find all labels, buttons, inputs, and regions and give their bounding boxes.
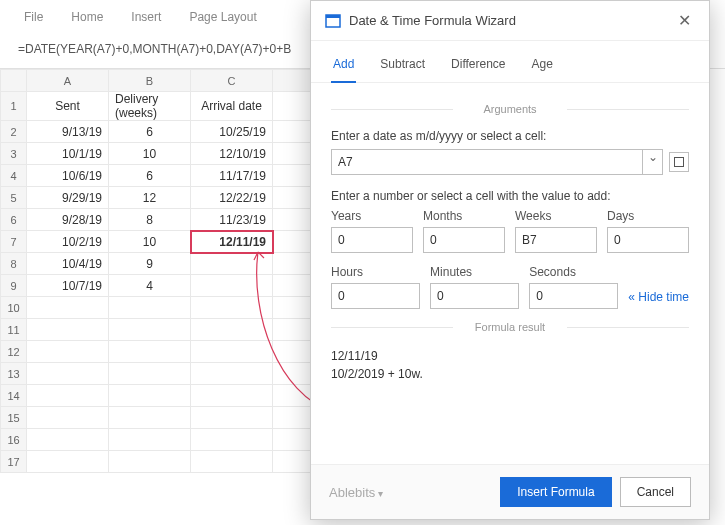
cell[interactable] bbox=[109, 363, 191, 385]
cell[interactable]: 10 bbox=[109, 143, 191, 165]
cell[interactable] bbox=[191, 319, 273, 341]
row-header[interactable]: 1 bbox=[1, 92, 27, 121]
months-input[interactable] bbox=[423, 227, 505, 253]
cell[interactable]: 4 bbox=[109, 275, 191, 297]
cell[interactable] bbox=[27, 363, 109, 385]
cell[interactable]: 11/17/19 bbox=[191, 165, 273, 187]
row-header[interactable]: 7 bbox=[1, 231, 27, 253]
cell[interactable] bbox=[191, 253, 273, 275]
cell[interactable]: 12/22/19 bbox=[191, 187, 273, 209]
row-header[interactable]: 15 bbox=[1, 407, 27, 429]
selected-cell[interactable]: 12/11/19 bbox=[191, 231, 273, 253]
cell[interactable]: Arrival date bbox=[191, 92, 273, 121]
cell[interactable] bbox=[191, 363, 273, 385]
hours-input[interactable] bbox=[331, 283, 420, 309]
tab-subtract[interactable]: Subtract bbox=[378, 51, 427, 82]
cell[interactable]: 12/10/19 bbox=[191, 143, 273, 165]
cell[interactable]: Delivery (weeks) bbox=[109, 92, 191, 121]
col-header-b[interactable]: B bbox=[109, 70, 191, 92]
cell[interactable] bbox=[191, 385, 273, 407]
days-input[interactable] bbox=[607, 227, 689, 253]
chevron-down-icon[interactable]: ⌄ bbox=[642, 150, 662, 174]
cell[interactable]: 10/4/19 bbox=[27, 253, 109, 275]
minutes-label: Minutes bbox=[430, 265, 519, 279]
cell[interactable]: 10/25/19 bbox=[191, 121, 273, 143]
row-header[interactable]: 13 bbox=[1, 363, 27, 385]
cell[interactable] bbox=[191, 429, 273, 451]
tab-home[interactable]: Home bbox=[71, 10, 103, 24]
cell[interactable]: 9/13/19 bbox=[27, 121, 109, 143]
close-icon[interactable]: ✕ bbox=[674, 11, 695, 30]
date-input[interactable] bbox=[332, 150, 642, 174]
cell[interactable] bbox=[27, 451, 109, 473]
cell[interactable]: 12 bbox=[109, 187, 191, 209]
cell[interactable] bbox=[27, 385, 109, 407]
col-header-a[interactable]: A bbox=[27, 70, 109, 92]
row-header[interactable]: 9 bbox=[1, 275, 27, 297]
cell[interactable] bbox=[191, 341, 273, 363]
row-header[interactable]: 11 bbox=[1, 319, 27, 341]
cell[interactable] bbox=[191, 297, 273, 319]
tab-add[interactable]: Add bbox=[331, 51, 356, 83]
cell[interactable] bbox=[109, 341, 191, 363]
cancel-button[interactable]: Cancel bbox=[620, 477, 691, 507]
years-label: Years bbox=[331, 209, 413, 223]
col-header-c[interactable]: C bbox=[191, 70, 273, 92]
tab-difference[interactable]: Difference bbox=[449, 51, 507, 82]
row-header[interactable]: 10 bbox=[1, 297, 27, 319]
cell[interactable] bbox=[109, 385, 191, 407]
wizard-icon bbox=[325, 13, 341, 29]
minutes-input[interactable] bbox=[430, 283, 519, 309]
row-header[interactable]: 12 bbox=[1, 341, 27, 363]
tab-file[interactable]: File bbox=[24, 10, 43, 24]
cell[interactable]: 10/7/19 bbox=[27, 275, 109, 297]
cell[interactable] bbox=[27, 319, 109, 341]
row-header[interactable]: 6 bbox=[1, 209, 27, 231]
row-header[interactable]: 2 bbox=[1, 121, 27, 143]
cell[interactable]: 9/29/19 bbox=[27, 187, 109, 209]
weeks-input[interactable] bbox=[515, 227, 597, 253]
seconds-input[interactable] bbox=[529, 283, 618, 309]
cell[interactable]: 6 bbox=[109, 165, 191, 187]
cell[interactable]: 10/6/19 bbox=[27, 165, 109, 187]
cell[interactable] bbox=[191, 275, 273, 297]
row-header[interactable]: 4 bbox=[1, 165, 27, 187]
cell[interactable]: 6 bbox=[109, 121, 191, 143]
cell[interactable] bbox=[191, 451, 273, 473]
result-date: 12/11/19 bbox=[331, 347, 689, 365]
cell[interactable] bbox=[109, 451, 191, 473]
cell[interactable]: 10/2/19 bbox=[27, 231, 109, 253]
cell[interactable] bbox=[27, 341, 109, 363]
cell[interactable]: 11/23/19 bbox=[191, 209, 273, 231]
cell[interactable] bbox=[27, 297, 109, 319]
result-section-label: Formula result bbox=[331, 321, 689, 333]
row-header[interactable]: 17 bbox=[1, 451, 27, 473]
tab-insert[interactable]: Insert bbox=[131, 10, 161, 24]
hide-time-link[interactable]: Hide time bbox=[628, 290, 689, 309]
row-header[interactable]: 5 bbox=[1, 187, 27, 209]
cell[interactable]: 8 bbox=[109, 209, 191, 231]
row-header[interactable]: 14 bbox=[1, 385, 27, 407]
cell[interactable] bbox=[109, 407, 191, 429]
cell[interactable]: Sent bbox=[27, 92, 109, 121]
corner-cell[interactable] bbox=[1, 70, 27, 92]
cell[interactable]: 9/28/19 bbox=[27, 209, 109, 231]
cell[interactable]: 9 bbox=[109, 253, 191, 275]
row-header[interactable]: 16 bbox=[1, 429, 27, 451]
tab-page-layout[interactable]: Page Layout bbox=[189, 10, 256, 24]
cell[interactable] bbox=[109, 429, 191, 451]
years-input[interactable] bbox=[331, 227, 413, 253]
tab-age[interactable]: Age bbox=[530, 51, 555, 82]
insert-formula-button[interactable]: Insert Formula bbox=[500, 477, 611, 507]
cell[interactable] bbox=[27, 407, 109, 429]
cell[interactable] bbox=[109, 319, 191, 341]
cell[interactable] bbox=[109, 297, 191, 319]
cell[interactable]: 10/1/19 bbox=[27, 143, 109, 165]
cell[interactable]: 10 bbox=[109, 231, 191, 253]
range-picker-icon[interactable] bbox=[669, 152, 689, 172]
row-header[interactable]: 3 bbox=[1, 143, 27, 165]
row-header[interactable]: 8 bbox=[1, 253, 27, 275]
cell[interactable] bbox=[27, 429, 109, 451]
cell[interactable] bbox=[191, 407, 273, 429]
brand-label[interactable]: Ablebits bbox=[329, 485, 492, 500]
